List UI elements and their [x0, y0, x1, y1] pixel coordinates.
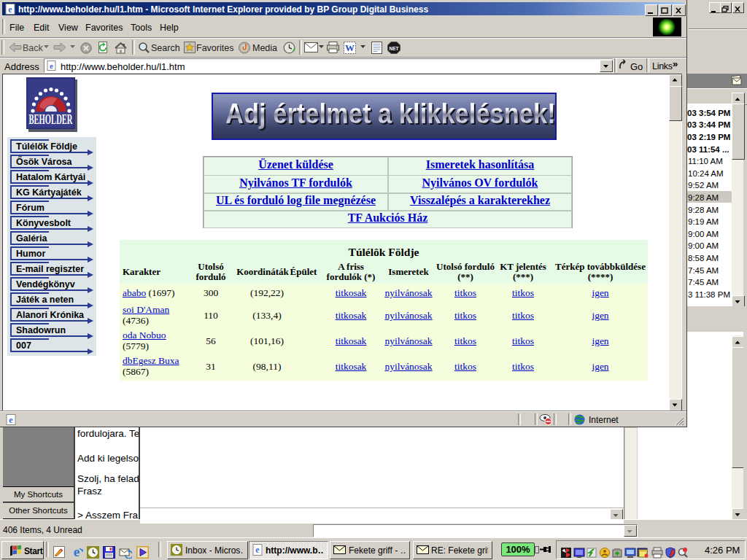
svg-text:NET: NET	[390, 46, 399, 51]
svg-text:e: e	[9, 415, 13, 425]
svg-text:e: e	[74, 545, 80, 559]
svg-text:e: e	[50, 61, 53, 70]
svg-text:W: W	[345, 42, 355, 53]
svg-text:e: e	[255, 545, 260, 555]
svg-text:e: e	[8, 4, 12, 15]
